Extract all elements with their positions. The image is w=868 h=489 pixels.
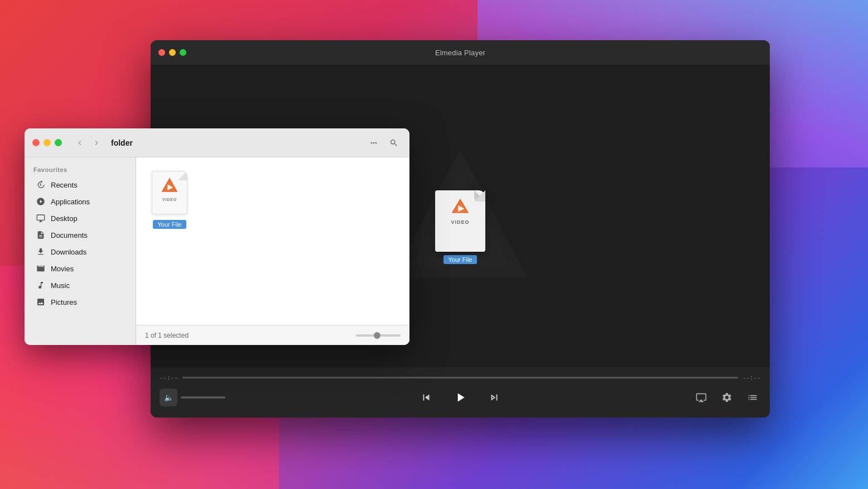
documents-icon [36,230,46,240]
finder-view-options-btn[interactable] [366,135,382,151]
file-paper: VIDEO [152,171,187,214]
sidebar-item-documents[interactable]: Documents [28,227,132,243]
finder-traffic-lights [32,139,62,146]
player-file-paper: VIDEO [435,190,485,252]
finder-content: VIDEO Your File 1 of 1 selected [136,157,409,345]
downloads-icon [36,247,46,257]
desktop-icon [36,213,46,223]
finder-back-button[interactable] [72,135,88,151]
player-file-type: VIDEO [451,219,469,225]
progress-track[interactable] [182,377,738,378]
finder-statusbar: 1 of 1 selected [136,325,409,345]
volume-group: 🔈 [160,389,225,406]
player-file-name: Your File [443,255,476,264]
playlist-button[interactable] [744,389,761,406]
sidebar-item-desktop[interactable]: Desktop [28,210,132,227]
sidebar-label-pictures: Pictures [51,298,77,306]
player-traffic-lights [158,49,186,56]
finder-minimize-btn[interactable] [44,139,51,146]
recents-icon [36,180,46,190]
finder-nav-buttons [72,135,104,151]
sidebar-label-movies: Movies [51,265,74,273]
selection-status: 1 of 1 selected [145,332,189,339]
player-title: Elmedia Player [435,49,485,57]
music-icon [36,280,46,290]
pictures-icon [36,297,46,307]
player-minimize-btn[interactable] [169,49,176,56]
sidebar-item-applications[interactable]: Applications [28,193,132,210]
finder-window: folder Favourites Recents [25,128,409,345]
finder-close-btn[interactable] [32,139,40,146]
file-name-badge: Your File [153,220,186,229]
sidebar-label-downloads: Downloads [51,248,86,256]
volume-slider[interactable] [181,396,225,399]
finder-titlebar: folder [25,128,409,157]
finder-maximize-btn[interactable] [55,139,62,146]
sidebar-item-pictures[interactable]: Pictures [28,294,132,310]
finder-files: VIDEO Your File [136,157,409,325]
sidebar-label-desktop: Desktop [51,214,78,223]
center-controls [417,386,503,409]
sidebar-label-recents: Recents [51,181,78,189]
settings-button[interactable] [718,389,735,406]
file-type-label: VIDEO [162,198,177,202]
sidebar-label-documents: Documents [51,231,88,239]
sidebar-label-music: Music [51,281,70,290]
finder-forward-button[interactable] [89,135,104,151]
player-file-icon: VIDEO Your File [435,190,485,264]
player-controls: --:-- --:-- 🔈 [151,367,770,418]
movies-icon [36,263,46,274]
sidebar-label-applications: Applications [51,198,90,206]
sidebar-item-recents[interactable]: Recents [28,176,132,193]
sidebar-item-downloads[interactable]: Downloads [28,243,132,260]
next-track-button[interactable] [485,389,503,406]
file-item-your-file[interactable]: VIDEO Your File [147,169,192,229]
player-maximize-btn[interactable] [180,49,186,56]
prev-track-button[interactable] [417,389,435,406]
file-icon-wrapper: VIDEO [150,169,190,217]
airplay-button[interactable] [693,389,710,406]
right-controls [693,389,761,406]
size-slider[interactable] [356,334,401,337]
time-end: --:-- [742,374,761,381]
time-start: --:-- [160,374,178,381]
volume-button[interactable]: 🔈 [160,389,177,406]
progress-bar-row: --:-- --:-- [160,367,761,381]
finder-toolbar-right [366,135,402,151]
finder-search-button[interactable] [386,135,402,151]
finder-folder-name: folder [111,138,361,147]
finder-body: Favourites Recents Applications Desktop [25,157,409,345]
size-slider-thumb[interactable] [374,332,380,339]
finder-sidebar: Favourites Recents Applications Desktop [25,157,136,345]
volume-icon: 🔈 [164,393,173,402]
player-close-btn[interactable] [158,49,165,56]
player-file-logo [450,196,471,217]
controls-row: 🔈 [160,381,761,418]
file-logo-icon [160,176,180,196]
sidebar-section-favourites: Favourites [25,164,136,176]
play-button[interactable] [449,386,472,409]
size-slider-track[interactable] [356,334,401,337]
applications-icon [36,196,46,207]
player-titlebar: Elmedia Player [151,40,770,65]
sidebar-item-music[interactable]: Music [28,277,132,294]
sidebar-item-movies[interactable]: Movies [28,260,132,277]
